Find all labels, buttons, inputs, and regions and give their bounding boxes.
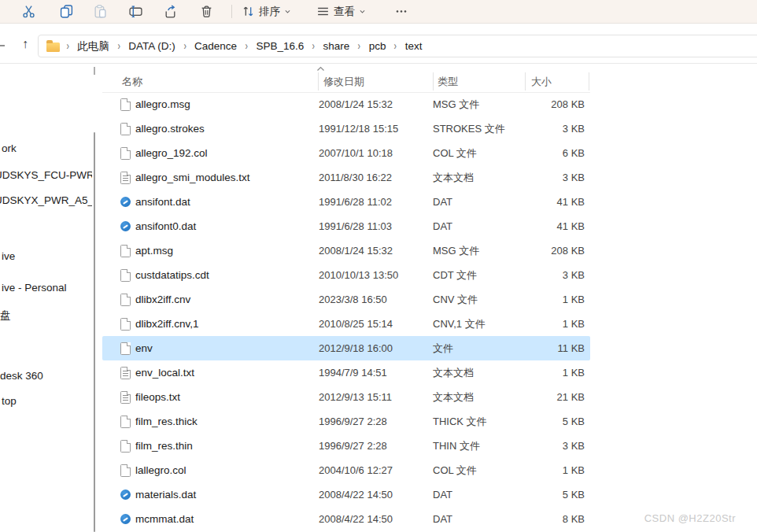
file-row[interactable]: allegro_smi_modules.txt 2011/8/30 16:22 …	[102, 165, 590, 190]
toolbar-separator	[231, 5, 232, 18]
share-button[interactable]	[156, 0, 184, 23]
address-bar[interactable]: › 此电脑 › DATA (D:) › Cadence › SPB_16.6 ›…	[38, 35, 757, 57]
file-type: DAT	[427, 220, 515, 232]
cut-button[interactable]	[14, 0, 42, 23]
file-date: 2008/4/22 14:50	[313, 489, 427, 501]
file-name: custdatatips.cdt	[135, 269, 313, 281]
file-type: STROKES 文件	[427, 122, 515, 136]
file-date: 2012/9/13 15:11	[313, 391, 427, 403]
file-row[interactable]: film_res.thin 1996/9/27 2:28 THIN 文件 3 K…	[102, 434, 590, 458]
file-icon	[120, 342, 131, 355]
breadcrumb-text[interactable]: text	[401, 38, 427, 54]
sidebar-item-onedrive[interactable]: ive	[2, 249, 15, 264]
delete-icon	[200, 5, 213, 18]
file-name: env_local.txt	[135, 367, 313, 379]
file-row[interactable]: fileops.txt 2012/9/13 15:11 文本文档 21 KB	[102, 385, 590, 409]
sidebar-item-desk-360[interactable]: desk 360	[0, 368, 43, 384]
file-size: 1 KB	[515, 294, 590, 305]
file-type: THIN 文件	[427, 439, 515, 453]
paste-button[interactable]	[86, 0, 114, 23]
file-row[interactable]: env_local.txt 1994/7/9 14:51 文本文档 1 KB	[102, 360, 590, 385]
file-date: 2004/10/6 12:27	[313, 464, 427, 476]
column-header-date[interactable]: 修改日期	[323, 75, 364, 89]
file-date: 2008/1/24 15:32	[313, 245, 427, 257]
file-size: 21 KB	[515, 391, 590, 403]
sidebar-item-disk[interactable]: 盘	[0, 308, 11, 323]
sidebar-item-udskys-fcu-pwr[interactable]: UDSKYS_FCU-PWR_V	[0, 168, 92, 183]
file-row[interactable]: dlibx2iff.cnv 2023/3/8 16:50 CNV 文件 1 KB	[102, 287, 590, 312]
file-date: 1991/6/28 11:02	[313, 196, 427, 208]
file-date: 1996/9/27 2:28	[313, 416, 427, 427]
file-row[interactable]: allegro.msg 2008/1/24 15:32 MSG 文件 208 K…	[102, 92, 590, 116]
column-header-name[interactable]: 名称	[122, 75, 142, 89]
csdn-watermark: CSDN @H2Z20Str	[644, 512, 736, 524]
file-row[interactable]: custdatatips.cdt 2010/10/13 13:50 CDT 文件…	[102, 263, 590, 287]
up-button[interactable]: ↑	[16, 35, 35, 54]
file-name: lallegro.col	[135, 464, 313, 476]
file-row[interactable]: ansifont0.dat 1991/6/28 11:03 DAT 41 KB	[102, 214, 590, 238]
breadcrumb-this-pc[interactable]: 此电脑	[72, 37, 114, 56]
cut-icon	[22, 5, 35, 18]
file-type: DAT	[427, 196, 515, 208]
file-row[interactable]: ansifont.dat 1991/6/28 11:02 DAT 41 KB	[102, 190, 590, 214]
file-icon	[120, 123, 131, 135]
rename-button[interactable]	[121, 0, 150, 23]
sidebar-item-network[interactable]: ork	[2, 141, 17, 157]
file-date: 1994/7/9 14:51	[313, 367, 427, 379]
sidebar-item-onedrive-personal[interactable]: ive - Personal	[2, 280, 67, 296]
file-row-selected[interactable]: env 2012/9/18 16:00 文件 11 KB	[102, 336, 590, 360]
rename-icon	[129, 5, 142, 18]
file-name: apt.msg	[135, 245, 313, 257]
file-type: COL 文件	[427, 464, 515, 478]
file-date: 1991/12/18 15:15	[313, 123, 427, 135]
breadcrumb-separator: ›	[64, 39, 72, 53]
file-type: 文本文档	[427, 171, 515, 185]
file-size: 3 KB	[515, 269, 590, 281]
nav-stub-icon	[0, 45, 5, 46]
copy-button[interactable]	[52, 0, 80, 23]
breadcrumb-drive-d[interactable]: DATA (D:)	[124, 38, 180, 54]
copy-icon	[60, 5, 73, 18]
address-row: ↑ › 此电脑 › DATA (D:) › Cadence › SPB_16.6…	[0, 24, 757, 64]
breadcrumb-share[interactable]: share	[319, 38, 355, 54]
file-name: allegro.strokes	[135, 123, 313, 135]
column-separator[interactable]	[433, 72, 434, 91]
file-row[interactable]: film_res.thick 1996/9/27 2:28 THICK 文件 5…	[102, 409, 590, 434]
view-button[interactable]: 查看	[312, 0, 371, 23]
file-name: fileops.txt	[135, 391, 313, 403]
file-size: 3 KB	[515, 172, 590, 183]
sidebar-item-desktop[interactable]: top	[2, 393, 17, 409]
delete-button[interactable]	[192, 0, 220, 23]
column-header-size[interactable]: 大小	[531, 75, 552, 89]
file-row[interactable]: apt.msg 2008/1/24 15:32 MSG 文件 208 KB	[102, 238, 590, 263]
sort-button[interactable]: 排序	[237, 0, 296, 23]
file-name: film_res.thin	[135, 440, 313, 452]
file-row[interactable]: materials.dat 2008/4/22 14:50 DAT 5 KB	[102, 482, 590, 507]
column-separator[interactable]	[318, 72, 319, 91]
sidebar-item-udskyx-pwr-a5[interactable]: UDSKYX_PWR_A5_V2	[0, 193, 92, 209]
file-type: DAT	[427, 489, 515, 501]
file-icon	[120, 440, 131, 453]
file-row[interactable]: dlibx2iff.cnv,1 2010/8/25 15:14 CNV,1 文件…	[102, 312, 590, 336]
chevron-down-icon	[359, 9, 366, 14]
more-options-button[interactable]	[387, 0, 415, 23]
sidebar-scrollbar[interactable]	[94, 132, 95, 532]
file-date: 2011/8/30 16:22	[313, 172, 427, 183]
breadcrumb-spb[interactable]: SPB_16.6	[251, 38, 308, 54]
breadcrumb-pcb[interactable]: pcb	[364, 38, 391, 54]
file-row[interactable]: lallegro.col 2004/10/6 12:27 COL 文件 1 KB	[102, 458, 590, 482]
file-row[interactable]: allegro.strokes 1991/12/18 15:15 STROKES…	[102, 116, 590, 141]
file-type: CNV 文件	[427, 293, 515, 307]
column-header-type[interactable]: 类型	[438, 75, 458, 89]
file-size: 11 KB	[515, 342, 590, 354]
file-size: 1 KB	[515, 367, 590, 379]
file-row[interactable]: allegro_192.col 2007/10/1 10:18 COL 文件 6…	[102, 141, 590, 165]
text-file-icon	[120, 367, 131, 379]
file-row[interactable]: mcmmat.dat 2008/4/22 14:50 DAT 8 KB	[102, 507, 590, 531]
file-size: 8 KB	[515, 513, 590, 525]
file-name: film_res.thick	[135, 416, 313, 427]
file-name: env	[135, 342, 313, 354]
column-separator[interactable]	[525, 72, 526, 91]
breadcrumb-cadence[interactable]: Cadence	[190, 38, 242, 54]
column-separator[interactable]	[589, 72, 589, 91]
